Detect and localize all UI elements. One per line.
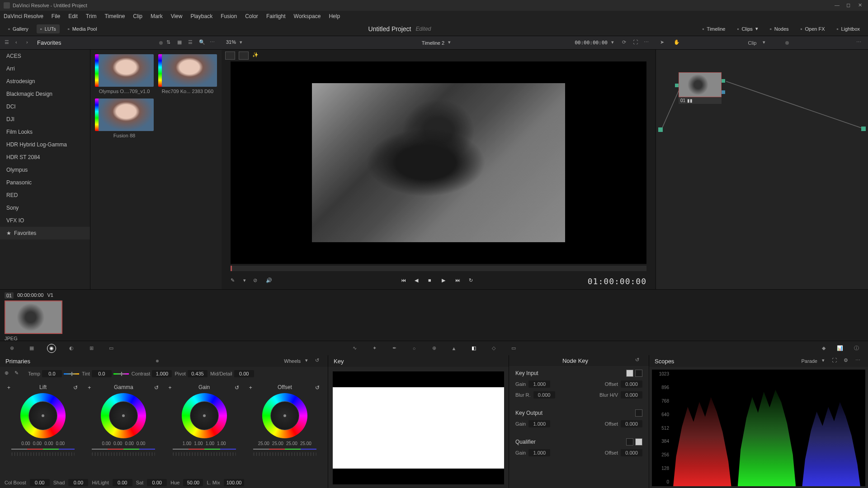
- bypass-icon[interactable]: ⊘: [253, 277, 260, 285]
- window-icon[interactable]: ○: [410, 344, 419, 353]
- timeline-button[interactable]: ▫Timeline: [698, 24, 729, 33]
- invert-toggle[interactable]: [626, 438, 633, 446]
- prev-clip-icon[interactable]: ⏮: [401, 277, 408, 285]
- nk-value[interactable]: 1.000: [528, 380, 550, 388]
- menu-trim[interactable]: Trim: [86, 13, 97, 19]
- reload-icon[interactable]: ⟳: [622, 39, 629, 47]
- scopes-mode[interactable]: Parade: [802, 358, 817, 364]
- scopes-expand-icon[interactable]: ⛶: [832, 357, 839, 365]
- expand-icon[interactable]: ⛶: [633, 39, 640, 47]
- motion-effects-icon[interactable]: ▭: [107, 344, 116, 353]
- nav-back-icon[interactable]: ‹: [15, 39, 23, 47]
- category-dci[interactable]: DCI: [0, 100, 90, 113]
- fx-button[interactable]: ▫Open FX: [797, 24, 829, 33]
- viewer-qualifier-icon[interactable]: [225, 52, 235, 60]
- viewer-highlight-icon[interactable]: [239, 52, 249, 60]
- camera-raw-icon[interactable]: ⊕: [7, 344, 16, 353]
- menu-davinci-resolve[interactable]: DaVinci Resolve: [4, 13, 43, 19]
- gain-wheel[interactable]: [182, 393, 227, 438]
- magic-mask-icon[interactable]: ▲: [449, 344, 458, 353]
- blur-icon[interactable]: ◧: [469, 344, 478, 353]
- viewer-image[interactable]: ↖: [231, 61, 646, 264]
- gamma-jog[interactable]: [92, 452, 155, 456]
- lift-wheel[interactable]: [20, 393, 66, 438]
- hilight-value[interactable]: 0.00: [113, 479, 132, 486]
- menu-color[interactable]: Color: [245, 13, 258, 19]
- wheel-values[interactable]: 0.000.000.000.00: [102, 441, 145, 446]
- sidebar-toggle-icon[interactable]: ☰: [5, 39, 12, 47]
- menu-playback[interactable]: Playback: [190, 13, 212, 19]
- node-input-port[interactable]: [675, 84, 679, 87]
- close-button[interactable]: ✕: [858, 2, 864, 9]
- graph-output-port[interactable]: [861, 127, 866, 131]
- category-hdr-hybrid-log-gamma[interactable]: HDR Hybrid Log-Gamma: [0, 138, 90, 151]
- clip-thumbnail[interactable]: [5, 300, 62, 334]
- gallery-button[interactable]: ▫Gallery: [5, 24, 32, 33]
- lut-item[interactable]: Rec709 Ko... 2383 D60: [158, 54, 217, 94]
- stop-icon[interactable]: ■: [428, 277, 435, 285]
- category-vfx-io[interactable]: VFX IO: [0, 214, 90, 227]
- next-clip-icon[interactable]: ⏭: [455, 277, 462, 285]
- wheel-values[interactable]: 25.0025.0025.0025.00: [258, 441, 311, 446]
- hue-value[interactable]: 50.00: [183, 479, 203, 486]
- zoom-level[interactable]: 31%: [226, 39, 236, 47]
- nodekey-reset-icon[interactable]: ↺: [635, 357, 642, 364]
- menu-workspace[interactable]: Workspace: [294, 13, 321, 19]
- nk-value[interactable]: 0.000: [533, 391, 555, 399]
- tracker-icon[interactable]: ⊕: [429, 344, 439, 353]
- color-warper-icon[interactable]: ✦: [370, 344, 379, 353]
- sizing-icon[interactable]: ▭: [509, 344, 518, 353]
- gamma-wheel[interactable]: [101, 393, 146, 438]
- mode-dropdown-icon[interactable]: ▾: [305, 357, 311, 365]
- maximize-button[interactable]: ◻: [846, 2, 853, 9]
- category-olympus[interactable]: Olympus: [0, 164, 90, 176]
- category-dji[interactable]: DJI: [0, 113, 90, 126]
- menu-file[interactable]: File: [52, 13, 60, 19]
- toolbar-timecode[interactable]: 00:00:00:00: [575, 40, 608, 46]
- node-editor[interactable]: 01 ▮▮: [656, 50, 868, 289]
- sort-icon[interactable]: ⇅: [166, 39, 174, 47]
- contrast-value[interactable]: 1.000: [152, 370, 172, 377]
- luts-button[interactable]: ▫LUTs: [37, 24, 60, 33]
- category-film-looks[interactable]: Film Looks: [0, 126, 90, 138]
- offset-wheel[interactable]: [262, 393, 307, 438]
- matte-toggle[interactable]: [635, 438, 642, 446]
- lut-item[interactable]: Olympus O....709_v1.0: [95, 54, 154, 94]
- category-favorites[interactable]: ★Favorites: [0, 227, 90, 239]
- menu-clip[interactable]: Clip: [133, 13, 142, 19]
- nk-value[interactable]: 0.000: [621, 449, 642, 456]
- keyframe-icon[interactable]: ◆: [819, 344, 828, 353]
- lightbox-button[interactable]: ▫Lightbox: [833, 24, 864, 33]
- category-aces[interactable]: ACES: [0, 50, 90, 62]
- timeline-dropdown-icon[interactable]: ▾: [448, 39, 455, 47]
- corrector-node[interactable]: 01 ▮▮: [679, 72, 722, 106]
- picker-icon[interactable]: +: [7, 385, 13, 390]
- middetail-value[interactable]: 0.00: [234, 370, 254, 377]
- sat-value[interactable]: 0.00: [147, 479, 167, 486]
- reset-wheel-icon[interactable]: ↺: [73, 385, 79, 390]
- menu-timeline[interactable]: Timeline: [104, 13, 125, 19]
- menu-fairlight[interactable]: Fairlight: [266, 13, 286, 19]
- invert-toggle[interactable]: [626, 370, 633, 377]
- wheel-values[interactable]: 0.000.000.000.00: [21, 441, 65, 446]
- lmix-value[interactable]: 100.00: [224, 479, 245, 486]
- minimize-button[interactable]: —: [835, 2, 841, 9]
- viewer-more-icon[interactable]: ⋯: [644, 39, 651, 47]
- scopes-more-icon[interactable]: ⋯: [855, 357, 863, 365]
- color-match-icon[interactable]: ▦: [27, 344, 36, 353]
- category-blackmagic-design[interactable]: Blackmagic Design: [0, 88, 90, 100]
- scopes-dropdown-icon[interactable]: ▾: [822, 357, 827, 365]
- nk-value[interactable]: 0.000: [621, 420, 642, 427]
- grid-view-icon[interactable]: ▦: [177, 39, 184, 47]
- temp-slider[interactable]: [64, 373, 79, 375]
- picker-icon[interactable]: +: [169, 385, 174, 390]
- lift-jog[interactable]: [11, 452, 75, 456]
- reset-all-icon[interactable]: ↺: [315, 357, 322, 365]
- mute-icon[interactable]: 🔊: [266, 277, 273, 285]
- info-icon[interactable]: ⓘ: [852, 344, 861, 353]
- play-icon[interactable]: ▶: [442, 277, 449, 285]
- key-icon[interactable]: ◇: [489, 344, 498, 353]
- tint-slider[interactable]: [113, 373, 129, 375]
- curves-icon[interactable]: ∿: [350, 344, 359, 353]
- reset-wheel-icon[interactable]: ↺: [235, 385, 240, 390]
